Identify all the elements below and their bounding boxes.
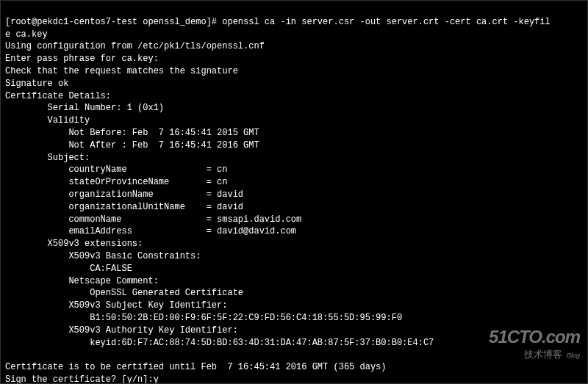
line-cert-details: Certificate Details: — [5, 91, 111, 101]
line-subject: Subject: — [5, 153, 90, 163]
line-cafalse: CA:FALSE — [5, 264, 132, 274]
line-ou: organizationalUnitName = david — [5, 202, 243, 212]
terminal-output: [root@pekdc1-centos7-test openssl_demo]#… — [5, 4, 583, 384]
line-sigok: Signature ok — [5, 79, 68, 89]
line-basic-constraints: X509v3 Basic Constraints: — [5, 251, 207, 261]
line-passphrase: Enter pass phrase for ca.key: — [5, 54, 159, 64]
line-countryname: countryName = cn — [5, 164, 227, 175]
line-org: organizationName = david — [5, 189, 243, 200]
line-check: Check that the request matches the signa… — [5, 66, 238, 76]
line-state: stateOrProvinceName = cn — [5, 177, 227, 187]
line-validity: Validity — [5, 115, 90, 126]
shell-prompt: [root@pekdc1-centos7-test openssl_demo]# — [5, 17, 222, 27]
command-text-wrap: e ca.key — [5, 29, 48, 40]
line-not-before: Not Before: Feb 7 16:45:41 2015 GMT — [5, 128, 259, 138]
line-sign-prompt[interactable]: Sign the certificate? [y/n]:y — [5, 374, 159, 384]
command-text: openssl ca -in server.csr -out server.cr… — [222, 17, 550, 27]
line-serial: Serial Number: 1 (0x1) — [5, 103, 164, 113]
line-aki: X509v3 Authority Key Identifier: — [5, 325, 243, 336]
line-cfg: Using configuration from /etc/pki/tls/op… — [5, 41, 265, 51]
line-ski: X509v3 Subject Key Identifier: — [5, 300, 233, 311]
line-aki-value: keyid:6D:F7:AC:88:74:5D:BD:63:4D:31:DA:4… — [5, 338, 434, 348]
line-certified-until: Certificate is to be certified until Feb… — [5, 362, 386, 372]
line-netscape-comment: Netscape Comment: — [5, 276, 164, 286]
line-email: emailAddress = david@david.com — [5, 226, 296, 236]
line-openssl-gen: OpenSSL Generated Certificate — [5, 288, 243, 298]
line-not-after: Not After : Feb 7 16:45:41 2016 GMT — [5, 140, 259, 151]
line-commonname: commonName = smsapi.david.com — [5, 214, 301, 225]
line-ski-value: B1:50:50:2B:ED:00:F9:6F:5F:22:C9:FD:56:C… — [5, 313, 402, 323]
line-x509ext: X509v3 extensions: — [5, 239, 143, 249]
